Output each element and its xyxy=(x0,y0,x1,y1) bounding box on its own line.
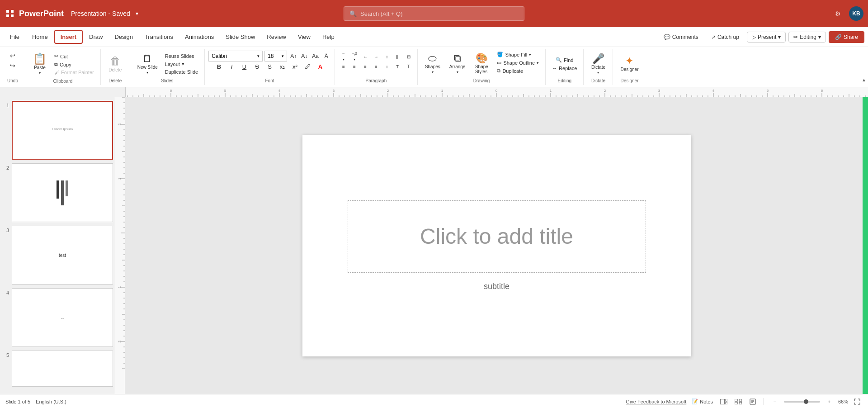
arrange-dropdown[interactable]: ▾ xyxy=(457,70,458,74)
bullet-list-button[interactable]: ≡ ▾ xyxy=(339,51,349,62)
comments-button[interactable]: 💬 💬 Comments Comments xyxy=(659,32,703,43)
slide-img-4[interactable]: -- xyxy=(12,288,113,347)
editing-dropdown[interactable]: ▾ xyxy=(818,34,821,40)
font-size-selector[interactable]: 18 ▾ xyxy=(264,51,287,62)
tab-animations[interactable]: Animations xyxy=(179,30,219,44)
clear-format-button[interactable]: Ā xyxy=(322,52,331,60)
layout-button[interactable]: Layout ▾ xyxy=(162,60,201,68)
layout-dropdown[interactable]: ▾ xyxy=(182,61,184,67)
ribbon-expand-icon[interactable]: ▲ xyxy=(862,77,866,82)
slide-thumb-3[interactable]: 3 test xyxy=(2,226,113,285)
decrease-font-button[interactable]: A↓ xyxy=(300,52,309,60)
settings-icon[interactable]: ⚙ xyxy=(831,6,845,21)
reading-view-button[interactable] xyxy=(747,396,758,407)
redo-button[interactable]: ↪ xyxy=(4,61,22,71)
cut-button[interactable]: ✂ Cut xyxy=(52,52,97,60)
slide-thumb-5[interactable]: 5 xyxy=(2,351,113,387)
align-left-button[interactable]: ≡ xyxy=(339,63,349,70)
fit-to-window-button[interactable] xyxy=(852,396,863,407)
decrease-indent-button[interactable]: ← xyxy=(360,53,370,60)
avatar[interactable]: KB xyxy=(849,6,863,21)
delete-button[interactable]: 🗑 Delete xyxy=(104,53,126,75)
slide-thumb-1[interactable]: 1 Lorem ipsum xyxy=(2,101,113,160)
canvas-area[interactable]: Click to add title subtitle xyxy=(125,97,868,394)
slide-thumb-4[interactable]: 4 -- xyxy=(2,288,113,347)
designer-button[interactable]: ✦ Designer xyxy=(617,53,642,75)
zoom-track[interactable] xyxy=(784,401,820,403)
font-color-button[interactable]: A xyxy=(315,62,326,71)
shape-styles-button[interactable]: 🎨 ShapeStyles xyxy=(471,51,492,77)
increase-font-button[interactable]: A↑ xyxy=(289,52,298,60)
text-direction-button[interactable]: ↕ xyxy=(382,53,392,60)
tab-file[interactable]: File xyxy=(4,30,26,44)
shapes-dropdown[interactable]: ▾ xyxy=(432,70,434,74)
smart-art-button[interactable]: ⊟ xyxy=(404,53,414,60)
replace-button[interactable]: ↔ Replace xyxy=(549,65,580,72)
slide-img-1[interactable]: Lorem ipsum xyxy=(12,101,113,160)
bullet-dropdown[interactable]: ▾ xyxy=(343,57,344,62)
present-dropdown[interactable]: ▾ xyxy=(778,34,781,40)
strikethrough-button[interactable]: S xyxy=(252,62,263,71)
slide-img-3[interactable]: test xyxy=(12,226,113,285)
dictate-button[interactable]: 🎤 Dictate ▾ xyxy=(587,51,609,77)
paste-dropdown[interactable]: ▾ xyxy=(39,71,41,75)
zoom-out-button[interactable]: − xyxy=(769,396,780,407)
tab-help[interactable]: Help xyxy=(317,30,340,44)
superscript-button[interactable]: x² xyxy=(290,62,301,71)
font-name-dropdown[interactable]: ▾ xyxy=(257,54,259,58)
shapes-button[interactable]: ⬭ Shapes ▾ xyxy=(421,51,444,77)
slide-title-text[interactable]: Click to add title xyxy=(420,224,573,249)
tab-review[interactable]: Review xyxy=(261,30,292,44)
font-size-dropdown[interactable]: ▾ xyxy=(282,54,284,58)
editing-button[interactable]: ✏ Editing ▾ xyxy=(788,32,826,43)
slide-img-2[interactable] xyxy=(12,163,113,222)
tab-home[interactable]: Home xyxy=(27,30,53,44)
increase-indent-button[interactable]: → xyxy=(371,53,381,60)
duplicate-slide-button[interactable]: Duplicate Slide xyxy=(162,68,201,76)
tab-design[interactable]: Design xyxy=(109,30,138,44)
dictate-dropdown[interactable]: ▾ xyxy=(597,71,599,75)
search-box[interactable]: 🔍 Search (Alt + Q) xyxy=(344,6,524,21)
find-button[interactable]: 🔍 Find xyxy=(553,56,576,64)
designer-sidebar[interactable] xyxy=(863,97,868,394)
align-right-button[interactable]: ≡ xyxy=(360,63,370,70)
ribbon-expand[interactable]: ▲ xyxy=(860,49,868,85)
paste-button[interactable]: 📋 Paste ▾ xyxy=(29,51,51,78)
justify-button[interactable]: ≡ xyxy=(371,63,381,70)
font-name-selector[interactable]: Calibri ▾ xyxy=(208,51,263,62)
change-case-button[interactable]: Aa xyxy=(311,52,320,60)
tab-slideshow[interactable]: Slide Show xyxy=(220,30,260,44)
shape-outline-dropdown[interactable]: ▾ xyxy=(537,61,539,65)
catchup-button[interactable]: ↗ Catch up xyxy=(706,32,744,43)
shape-outline-button[interactable]: ▭ Shape Outline ▾ xyxy=(494,59,542,66)
numbered-dropdown[interactable]: ▾ xyxy=(354,57,355,62)
present-button[interactable]: ▷ Present ▾ xyxy=(747,32,786,43)
align-center-button[interactable]: ≡ xyxy=(349,63,359,70)
new-slide-dropdown[interactable]: ▾ xyxy=(146,71,148,75)
shape-fill-button[interactable]: 🪣 Shape Fill ▾ xyxy=(494,51,542,58)
italic-button[interactable]: I xyxy=(226,62,237,71)
title-dropdown[interactable]: ▾ xyxy=(136,10,138,17)
underline-button[interactable]: U xyxy=(239,62,250,71)
app-grid-icon[interactable] xyxy=(5,8,15,19)
arrange-button[interactable]: ⧉ Arrange ▾ xyxy=(446,51,469,77)
tab-transitions[interactable]: Transitions xyxy=(139,30,179,44)
shape-fill-dropdown[interactable]: ▾ xyxy=(529,52,531,57)
subscript-button[interactable]: x₂ xyxy=(277,62,288,71)
feedback-link[interactable]: Give Feedback to Microsoft xyxy=(626,399,686,404)
undo-button[interactable]: ↩ xyxy=(4,51,22,61)
notes-button[interactable]: 📝 Notes xyxy=(690,398,715,405)
slide-canvas[interactable]: Click to add title subtitle xyxy=(302,135,691,356)
format-painter-button[interactable]: 🖌 Format Painter xyxy=(52,69,97,76)
duplicate-button[interactable]: ⧉ Duplicate xyxy=(494,67,542,75)
normal-view-button[interactable] xyxy=(718,396,729,407)
highlight-button[interactable]: 🖊 xyxy=(302,62,313,71)
columns-button[interactable]: ||| xyxy=(393,53,403,60)
zoom-thumb[interactable] xyxy=(804,399,808,404)
slide-sorter-button[interactable] xyxy=(733,396,744,407)
slide-img-5[interactable] xyxy=(12,351,113,387)
share-button[interactable]: 🔗 Share xyxy=(829,31,864,43)
tab-draw[interactable]: Draw xyxy=(84,30,108,44)
line-spacing-button[interactable]: ↕ xyxy=(382,63,392,70)
zoom-in-button[interactable]: + xyxy=(824,396,835,407)
